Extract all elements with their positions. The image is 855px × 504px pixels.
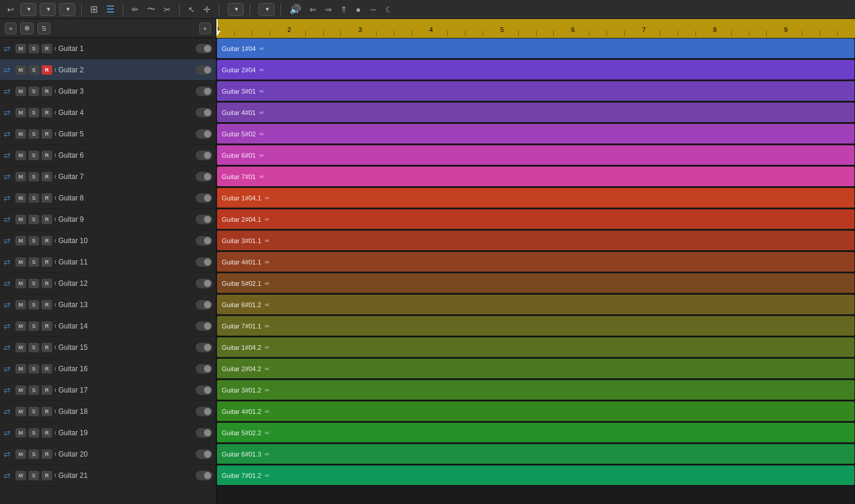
- wave-tool-button[interactable]: 〜: [145, 3, 158, 16]
- record-button-11[interactable]: R: [42, 257, 52, 267]
- pointer-tool-button[interactable]: ↖: [186, 4, 197, 15]
- add-track-button[interactable]: +: [5, 23, 17, 34]
- mute-button-12[interactable]: M: [15, 279, 26, 288]
- record-button-13[interactable]: R: [42, 300, 52, 310]
- info-button-12[interactable]: I: [55, 280, 56, 286]
- track-toggle-8[interactable]: [196, 193, 212, 203]
- solo-button-9[interactable]: S: [28, 215, 39, 224]
- clip-block-15[interactable]: Guitar 1#04.2∞: [217, 337, 854, 357]
- record-button-16[interactable]: R: [42, 364, 52, 374]
- list-view-button[interactable]: ☰: [104, 2, 117, 16]
- solo-button-11[interactable]: S: [28, 257, 39, 267]
- mute-button-5[interactable]: M: [15, 129, 26, 139]
- mute-button-20[interactable]: M: [15, 449, 26, 459]
- record-button-8[interactable]: R: [42, 193, 52, 203]
- mute-button-14[interactable]: M: [15, 321, 26, 331]
- record-button-5[interactable]: R: [42, 129, 52, 139]
- mute-button-16[interactable]: M: [15, 364, 26, 374]
- track-toggle-16[interactable]: [196, 364, 212, 374]
- clip-block-10[interactable]: Guitar 3#01.1∞: [217, 231, 854, 250]
- drag-dropdown[interactable]: ▾: [259, 3, 275, 16]
- record-button-20[interactable]: R: [42, 449, 52, 459]
- solo-button-2[interactable]: S: [28, 65, 39, 75]
- solo-all-button[interactable]: S: [37, 23, 50, 34]
- track-toggle-21[interactable]: [196, 471, 212, 480]
- moon-icon-button[interactable]: ☾: [383, 4, 395, 15]
- info-button-7[interactable]: I: [55, 174, 56, 180]
- track-toggle-20[interactable]: [196, 449, 212, 459]
- solo-button-10[interactable]: S: [28, 236, 39, 245]
- record-button-7[interactable]: R: [42, 172, 52, 181]
- record-button-12[interactable]: R: [42, 279, 52, 288]
- solo-button-12[interactable]: S: [28, 279, 39, 288]
- mute-button-21[interactable]: M: [15, 471, 26, 480]
- record-button-6[interactable]: R: [42, 151, 52, 160]
- clip-block-17[interactable]: Guitar 3#01.2∞: [217, 380, 854, 400]
- solo-button-17[interactable]: S: [28, 385, 39, 395]
- mute-button-18[interactable]: M: [15, 407, 26, 416]
- track-toggle-14[interactable]: [196, 321, 212, 331]
- info-button-8[interactable]: I: [55, 195, 56, 201]
- record-button-17[interactable]: R: [42, 385, 52, 395]
- mute-button-2[interactable]: M: [15, 65, 26, 75]
- solo-button-21[interactable]: S: [28, 471, 39, 480]
- solo-button-16[interactable]: S: [28, 364, 39, 374]
- track-toggle-11[interactable]: [196, 257, 212, 267]
- info-button-4[interactable]: I: [55, 110, 56, 116]
- clip-block-14[interactable]: Guitar 7#01.1∞: [217, 316, 854, 336]
- mute-button-8[interactable]: M: [15, 193, 26, 203]
- track-toggle-19[interactable]: [196, 428, 212, 438]
- clip-block-19[interactable]: Guitar 5#02.2∞: [217, 423, 854, 442]
- track-toggle-12[interactable]: [196, 279, 212, 288]
- info-button-21[interactable]: I: [55, 473, 56, 479]
- functions-menu-button[interactable]: ▾: [40, 3, 56, 16]
- nudge-up-button[interactable]: ⇑: [338, 4, 350, 15]
- clip-block-8[interactable]: Guitar 1#04.1∞: [217, 188, 854, 208]
- clips-area[interactable]: Guitar 1#04∞Guitar 2#04∞Guitar 3#01∞Guit…: [216, 38, 855, 504]
- mute-button-6[interactable]: M: [15, 151, 26, 160]
- info-button-13[interactable]: I: [55, 302, 56, 308]
- track-toggle-9[interactable]: [196, 215, 212, 224]
- track-toggle-1[interactable]: [196, 44, 212, 53]
- clip-block-11[interactable]: Guitar 4#01.1∞: [217, 252, 854, 272]
- crosshair-tool-button[interactable]: ✛: [201, 4, 213, 15]
- solo-button-19[interactable]: S: [28, 428, 39, 438]
- track-toggle-15[interactable]: [196, 343, 212, 352]
- track-toggle-3[interactable]: [196, 87, 212, 96]
- solo-button-18[interactable]: S: [28, 407, 39, 416]
- clip-block-16[interactable]: Guitar 2#04.2∞: [217, 359, 854, 378]
- mute-button-3[interactable]: M: [15, 87, 26, 96]
- solo-button-8[interactable]: S: [28, 193, 39, 203]
- edit-menu-button[interactable]: ▾: [20, 3, 36, 16]
- solo-button-13[interactable]: S: [28, 300, 39, 310]
- solo-button-3[interactable]: S: [28, 87, 39, 96]
- info-button-20[interactable]: I: [55, 451, 56, 457]
- track-toggle-6[interactable]: [196, 151, 212, 160]
- mute-button-13[interactable]: M: [15, 300, 26, 310]
- clip-block-6[interactable]: Guitar 6#01∞: [217, 145, 854, 165]
- mute-button-10[interactable]: M: [15, 236, 26, 245]
- clip-block-7[interactable]: Guitar 7#01∞: [217, 167, 854, 186]
- playhead[interactable]: [216, 19, 218, 36]
- clip-block-9[interactable]: Guitar 2#04.1∞: [217, 209, 854, 229]
- record-button-15[interactable]: R: [42, 343, 52, 352]
- add-right-button[interactable]: +: [199, 23, 211, 34]
- info-button-5[interactable]: I: [55, 131, 56, 137]
- folder-button[interactable]: ⊕: [20, 23, 34, 34]
- info-button-2[interactable]: I: [55, 67, 56, 73]
- track-toggle-2[interactable]: [196, 65, 212, 75]
- mute-button-11[interactable]: M: [15, 257, 26, 267]
- track-toggle-13[interactable]: [196, 300, 212, 310]
- clip-block-3[interactable]: Guitar 3#01∞: [217, 81, 854, 101]
- record-button-18[interactable]: R: [42, 407, 52, 416]
- circle-icon-button[interactable]: ●: [353, 4, 363, 15]
- clip-block-21[interactable]: Guitar 7#01.2∞: [217, 465, 854, 485]
- track-toggle-5[interactable]: [196, 129, 212, 139]
- grid-view-button[interactable]: ⊞: [88, 2, 100, 16]
- record-button-4[interactable]: R: [42, 108, 52, 117]
- solo-button-4[interactable]: S: [28, 108, 39, 117]
- record-button-14[interactable]: R: [42, 321, 52, 331]
- clip-block-13[interactable]: Guitar 6#01.2∞: [217, 295, 854, 314]
- nudge-left-button[interactable]: ⇐: [307, 4, 319, 15]
- mute-button-9[interactable]: M: [15, 215, 26, 224]
